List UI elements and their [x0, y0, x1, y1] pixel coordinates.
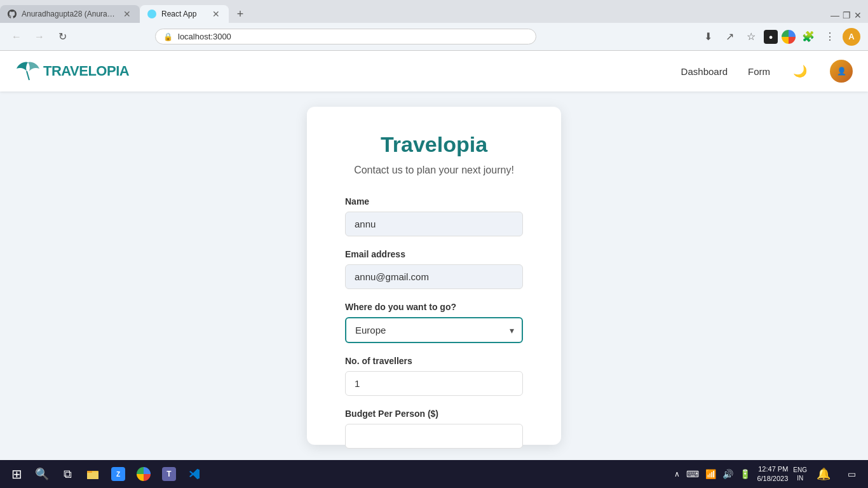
tab-react-label: React App — [161, 10, 206, 18]
refresh-button[interactable]: ↻ — [53, 28, 71, 46]
form-title: Travelopia — [345, 132, 523, 157]
bookmark-icon[interactable]: ☆ — [742, 28, 760, 46]
toolbar-icons: ⬇ ↗ ☆ ● 🧩 ⋮ A — [699, 28, 860, 46]
system-icons: ∧ ⌨ 📶 🔊 🔋 — [673, 468, 752, 480]
tab-react[interactable]: React App ✕ — [140, 5, 229, 23]
nav-dashboard[interactable]: Dashboard — [681, 66, 728, 77]
back-button[interactable]: ← — [8, 28, 25, 46]
tab-github-close[interactable]: ✕ — [122, 9, 132, 19]
profile-avatar[interactable]: A — [843, 28, 860, 46]
budget-group: Budget Per Person ($) — [345, 409, 523, 449]
svg-rect-3 — [87, 471, 92, 473]
taskbar-file-explorer[interactable] — [81, 463, 104, 485]
travellers-input[interactable] — [345, 371, 523, 396]
github-icon — [8, 10, 17, 18]
taskbar-chrome[interactable] — [132, 463, 155, 485]
svg-rect-2 — [87, 472, 98, 479]
teams-icon: T — [162, 467, 176, 481]
form-subtitle: Contact us to plan your next journy! — [345, 165, 523, 176]
name-label: Name — [345, 196, 523, 207]
chrome-icon — [137, 467, 151, 481]
maximize-button[interactable]: ❐ — [841, 10, 851, 20]
zoom-icon: Z — [111, 467, 125, 481]
url-bar[interactable]: 🔒 localhost:3000 — [155, 29, 536, 44]
taskbar-battery-icon[interactable]: 🔋 — [738, 468, 752, 480]
nav-links: Dashboard Form 🌙 👤 — [681, 60, 853, 83]
react-icon — [147, 10, 156, 18]
taskbar-volume-icon[interactable]: 🔊 — [721, 468, 735, 480]
taskbar-search[interactable]: 🔍 — [31, 463, 53, 485]
window-controls: — ❐ ✕ — [830, 10, 868, 23]
user-avatar-nav[interactable]: 👤 — [830, 60, 853, 83]
url-text: localhost:3000 — [178, 32, 528, 41]
destination-label: Where do you want to go? — [345, 302, 523, 312]
tab-github-label: Anuradhagupta28 (Anuradha) — [22, 10, 117, 18]
vscode-icon — [188, 468, 201, 480]
budget-input[interactable] — [345, 424, 523, 449]
taskbar-date: 6/18/2023 — [757, 474, 788, 484]
settings-icon[interactable]: ⋮ — [821, 28, 839, 46]
taskbar-up-arrow[interactable]: ∧ — [673, 468, 681, 480]
taskbar-time[interactable]: 12:47 PM 6/18/2023 — [757, 464, 788, 484]
taskbar-teams[interactable]: T — [158, 463, 180, 485]
taskbar-zoom[interactable]: Z — [107, 463, 130, 485]
form-card: Travelopia Contact us to plan your next … — [307, 107, 561, 445]
taskbar-task-view[interactable]: ⧉ — [56, 463, 79, 485]
lock-icon: 🔒 — [163, 32, 173, 41]
tab-react-close[interactable]: ✕ — [211, 9, 221, 19]
forward-button[interactable]: → — [31, 28, 48, 46]
logo-bird-icon — [15, 60, 41, 83]
share-icon[interactable]: ↗ — [721, 28, 738, 46]
tab-bar: Anuradhagupta28 (Anuradha) ✕ React App ✕… — [0, 0, 868, 23]
dark-mode-button[interactable]: 🌙 — [790, 62, 810, 81]
taskbar: ⊞ 🔍 ⧉ Z T ∧ ⌨ 📶 🔊 🔋 12:47 PM 6/18 — [0, 460, 868, 488]
taskbar-wifi-icon[interactable]: 📶 — [704, 468, 717, 480]
tab-github[interactable]: Anuradhagupta28 (Anuradha) ✕ — [0, 5, 140, 23]
logo-text: TRAVELOPIA — [43, 63, 129, 79]
email-group: Email address — [345, 249, 523, 289]
destination-group: Where do you want to go? Europe Asia Ame… — [345, 302, 523, 343]
extension-icon-2[interactable] — [782, 30, 796, 44]
email-input[interactable] — [345, 264, 523, 289]
travellers-group: No. of travellers — [345, 356, 523, 396]
extension-icon-1[interactable]: ● — [764, 30, 778, 44]
browser-chrome: Anuradhagupta28 (Anuradha) ✕ React App ✕… — [0, 0, 868, 51]
nav-form[interactable]: Form — [748, 66, 770, 77]
taskbar-right: ∧ ⌨ 📶 🔊 🔋 12:47 PM 6/18/2023 ENG IN 🔔 ▭ — [673, 463, 863, 485]
minimize-button[interactable]: — — [830, 10, 840, 20]
logo[interactable]: TRAVELOPIA — [15, 60, 129, 83]
taskbar-notification-icon[interactable]: 🔔 — [812, 463, 835, 485]
start-button[interactable]: ⊞ — [5, 463, 28, 485]
taskbar-keyboard-icon[interactable]: ⌨ — [685, 468, 700, 480]
address-bar: ← → ↻ 🔒 localhost:3000 ⬇ ↗ ☆ ● 🧩 ⋮ A — [0, 23, 868, 51]
destination-select-wrapper: Europe Asia America Africa Australia ▾ — [345, 317, 523, 343]
app-content: TRAVELOPIA Dashboard Form 🌙 👤 Travelopia… — [0, 51, 868, 460]
email-label: Email address — [345, 249, 523, 259]
name-group: Name — [345, 196, 523, 236]
taskbar-clock: 12:47 PM — [757, 464, 788, 474]
budget-label: Budget Per Person ($) — [345, 409, 523, 419]
taskbar-show-desktop[interactable]: ▭ — [840, 463, 863, 485]
svg-line-0 — [27, 71, 29, 80]
download-icon[interactable]: ⬇ — [699, 28, 717, 46]
navbar: TRAVELOPIA Dashboard Form 🌙 👤 — [0, 51, 868, 92]
new-tab-button[interactable]: + — [231, 5, 249, 23]
destination-select[interactable]: Europe Asia America Africa Australia — [345, 317, 523, 343]
close-button[interactable]: ✕ — [853, 10, 863, 20]
taskbar-language[interactable]: ENG IN — [793, 466, 807, 482]
taskbar-vscode[interactable] — [183, 463, 206, 485]
page-content: Travelopia Contact us to plan your next … — [0, 92, 868, 460]
travellers-label: No. of travellers — [345, 356, 523, 366]
extensions-icon[interactable]: 🧩 — [799, 28, 817, 46]
name-input[interactable] — [345, 212, 523, 236]
